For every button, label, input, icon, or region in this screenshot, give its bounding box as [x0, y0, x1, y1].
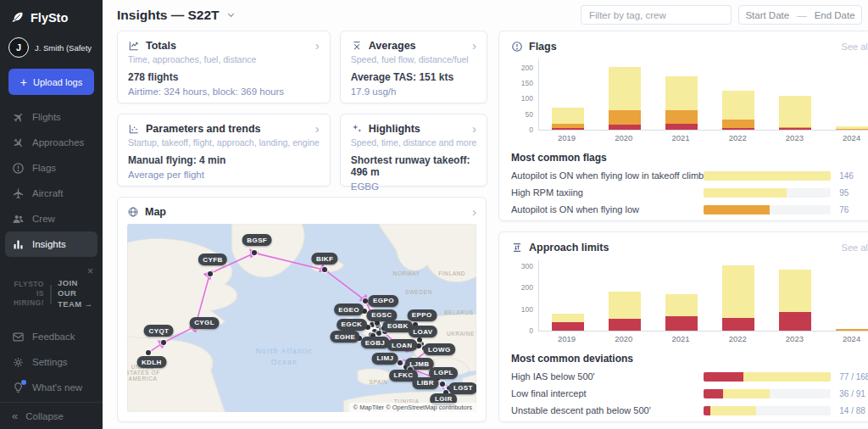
map-airport-dot	[416, 343, 421, 348]
chevron-right-icon[interactable]: ›	[315, 122, 320, 135]
hiring-divider	[50, 285, 52, 304]
hiring-banner: × FLYSTO IS HIRING! JOIN OUR TEAM →	[7, 267, 96, 309]
bar-segment-yellow	[552, 314, 584, 321]
stat-row: Low final intercept36 / 91	[511, 388, 868, 398]
sidebar-item-whats-new[interactable]: What's new	[5, 375, 97, 400]
stat-bar-segment	[723, 389, 771, 398]
x-axis-tick-label: 2023	[778, 133, 810, 143]
sidebar-item-settings[interactable]: Settings	[5, 349, 97, 375]
crew-icon	[12, 213, 25, 226]
deviations-list: High IAS below 500'77 / 168Low final int…	[511, 365, 868, 415]
card-totals[interactable]: Totals›Time, approaches, fuel, distance2…	[117, 31, 331, 103]
insights-icon	[12, 238, 25, 251]
sidebar-item-flags[interactable]: Flags	[5, 155, 97, 181]
map-card-title: Map	[145, 206, 166, 218]
bar-segment-orange	[609, 110, 641, 125]
sidebar-item-approaches[interactable]: Approaches	[5, 130, 97, 155]
stat-row-bar	[704, 406, 831, 415]
card-parameters[interactable]: Parameters and trends›Startup, takeoff, …	[117, 114, 331, 187]
stat-bar-segment	[704, 188, 787, 198]
chevron-right-icon[interactable]: ›	[472, 205, 476, 218]
sidebar-spacer	[0, 309, 103, 324]
bar-segment-red	[609, 319, 641, 332]
stat-bar-segment	[710, 406, 756, 415]
sidebar-item-crew[interactable]: Crew	[5, 206, 97, 231]
upload-logs-label: Upload logs	[33, 77, 82, 87]
approach-see-all-link[interactable]: See all›	[842, 241, 868, 254]
sidebar-collapse[interactable]: « Collapse	[0, 402, 103, 429]
map-airport-label-LGST: LGST	[448, 382, 476, 394]
flag-warning-icon	[12, 162, 25, 175]
flags-chart: 050100150200201920202021202220232024	[511, 59, 868, 143]
chevron-right-icon[interactable]: ›	[472, 122, 476, 135]
app-logo[interactable]: FlySto	[0, 0, 103, 31]
bar-segment-red	[609, 125, 641, 130]
bar-2023	[779, 96, 811, 130]
map-canvas[interactable]: NORWAYSWEDENFINLANDBELARUSUKRAINESPAINTU…	[127, 224, 476, 412]
y-axis-tick-label: 50	[511, 110, 533, 119]
bar-segment-orange	[836, 329, 868, 331]
approach-panel-header: Approach limits See all›	[511, 241, 868, 254]
y-axis-tick-label: 200	[511, 283, 533, 292]
filter-input[interactable]	[581, 5, 732, 25]
y-axis-tick-label: 100	[511, 94, 533, 103]
map-airport-dot	[161, 340, 166, 345]
sidebar-item-feedback[interactable]: Feedback	[5, 324, 97, 349]
card-averages-subtitle: Speed, fuel flow, distance/fuel	[351, 54, 476, 64]
stat-row-count: 76	[839, 205, 868, 214]
map-region-label: FINLAND	[438, 270, 465, 276]
flags-list-title: Most common flags	[511, 152, 868, 164]
date-range-picker[interactable]: Start Date — End Date	[738, 5, 862, 25]
stat-row-count: 146	[839, 171, 868, 181]
map-airport-label-LOAV: LOAV	[409, 326, 437, 337]
chevron-right-icon[interactable]: ›	[472, 39, 476, 52]
map-airport-label-BIKF: BIKF	[312, 253, 338, 265]
stat-row: Autopilot is ON when flying low76	[511, 204, 868, 214]
sidebar-item-flights[interactable]: Flights	[5, 104, 97, 130]
aircraft-icon	[12, 187, 25, 200]
bar-segment-orange	[836, 129, 868, 130]
user-menu[interactable]: J J. Smith (Safety Man...	[0, 31, 103, 63]
card-totals-title: Totals	[146, 40, 176, 52]
x-axis-tick-label: 2020	[608, 334, 640, 344]
x-axis-tick-label: 2023	[778, 334, 810, 344]
sidebar: FlySto J J. Smith (Safety Man... + Uploa…	[0, 0, 103, 429]
x-axis-tick-label: 2024	[836, 133, 868, 143]
bar-segment-yellow	[722, 265, 754, 318]
sidebar-item-insights[interactable]: Insights	[5, 231, 97, 257]
sidebar-nav: FlightsApproachesFlagsAircraftCrewInsigh…	[0, 103, 103, 257]
map-card-header[interactable]: Map ›	[127, 205, 476, 218]
card-averages[interactable]: Averages›Speed, fuel flow, distance/fuel…	[340, 31, 487, 103]
close-icon[interactable]: ×	[87, 266, 93, 276]
map-airport-label-EPPO: EPPO	[407, 309, 437, 321]
flags-see-all-link[interactable]: See all›	[842, 40, 868, 53]
bar-segment-red	[722, 128, 754, 130]
bar-segment-yellow	[609, 67, 641, 110]
end-date-field[interactable]: End Date	[815, 10, 855, 20]
map-airport-label-EGPO: EGPO	[369, 295, 399, 307]
map-airport-label-LIBR: LIBR	[412, 377, 438, 389]
map-region-label: SWEDEN	[405, 288, 432, 294]
stat-row: Unstable descent path below 500'14 / 88	[511, 405, 868, 415]
chevron-down-icon[interactable]	[226, 10, 236, 20]
map-airport-label-EGHE: EGHE	[330, 331, 359, 343]
bar-segment-orange	[665, 110, 698, 124]
bar-2020	[609, 67, 641, 130]
map-airport-dot	[146, 350, 151, 355]
upload-logs-button[interactable]: + Upload logs	[8, 69, 94, 95]
chevron-right-icon[interactable]: ›	[315, 39, 320, 52]
bar-segment-orange	[722, 120, 754, 128]
x-axis-labels: 201920202021202220232024	[538, 334, 868, 344]
x-axis-tick-label: 2022	[721, 133, 754, 143]
stat-row-label: High IAS below 500'	[511, 371, 704, 382]
sidebar-item-aircraft[interactable]: Aircraft	[5, 181, 97, 206]
content: Totals›Time, approaches, fuel, distance2…	[103, 27, 868, 429]
hiring-banner-body[interactable]: FLYSTO IS HIRING! JOIN OUR TEAM →	[7, 278, 96, 309]
stat-bar-segment	[704, 389, 723, 398]
card-highlights[interactable]: Highlights›Speed, time, distance and mor…	[340, 114, 487, 187]
map-airport-label-BGSF: BGSF	[242, 234, 272, 246]
start-date-field[interactable]: Start Date	[745, 10, 789, 20]
stat-row-count: 36 / 91	[839, 389, 868, 398]
bar-segment-red	[722, 318, 754, 331]
y-axis-tick-label: 200	[511, 64, 533, 72]
